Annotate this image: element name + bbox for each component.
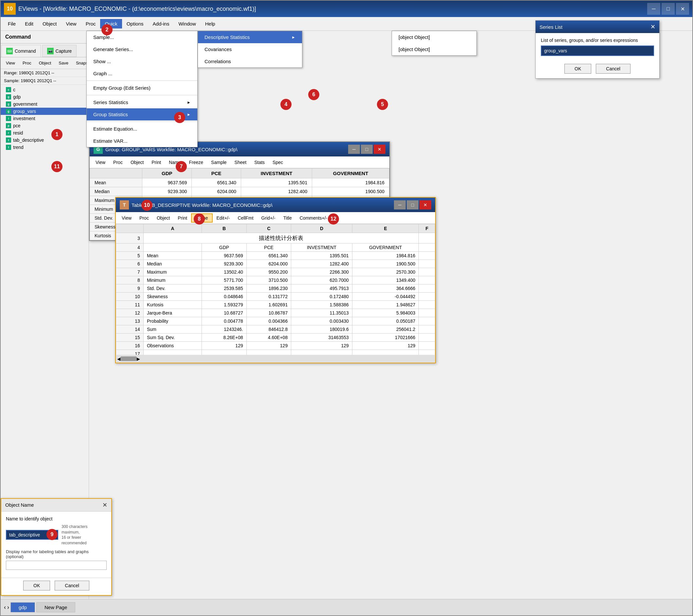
- sub-correlations[interactable]: Correlations: [198, 55, 302, 68]
- table-toolbar-view[interactable]: View: [118, 214, 136, 222]
- group-col-header-government: GOVERNMENT: [312, 169, 389, 178]
- window-title: EViews - [Workfile: MACRO_ECONOMIC - (d:…: [18, 5, 256, 13]
- rownum-14: 14: [116, 325, 144, 333]
- group-toolbar-freeze[interactable]: Freeze: [185, 158, 207, 166]
- cell-mean-inv: 1395.501: [241, 178, 312, 187]
- toolbar-save[interactable]: Save: [55, 60, 72, 66]
- menu-edit[interactable]: Edit: [20, 19, 38, 28]
- series-gdp[interactable]: g gdp: [1, 93, 89, 100]
- tab-new-page[interactable]: New Page: [36, 602, 75, 612]
- scroll-thumb[interactable]: [120, 357, 137, 361]
- nav-next[interactable]: ›: [7, 604, 9, 611]
- series-government[interactable]: g government: [1, 100, 89, 108]
- main-window: 10 EViews - [Workfile: MACRO_ECONOMIC - …: [0, 0, 693, 616]
- menu-proc[interactable]: Proc: [81, 19, 100, 28]
- table-toolbar-object[interactable]: Object: [153, 214, 174, 222]
- rownum-5: 5: [116, 252, 144, 260]
- cell-4-a: [143, 244, 201, 252]
- group-toolbar-proc[interactable]: Proc: [109, 158, 126, 166]
- group-minimize-button[interactable]: ─: [348, 145, 360, 154]
- group-close-button[interactable]: ✕: [374, 145, 385, 154]
- series-pce[interactable]: p pce: [1, 122, 89, 129]
- row-label-median: Median: [90, 187, 142, 196]
- sample-common[interactable]: [object Object]: [392, 31, 476, 43]
- menu-addins[interactable]: Add-ins: [148, 19, 174, 28]
- table-toolbar-proc[interactable]: Proc: [136, 214, 153, 222]
- menu-file[interactable]: File: [3, 19, 20, 28]
- sub-covariances[interactable]: Covariances: [198, 43, 302, 55]
- quick-generate-series[interactable]: Generate Series...: [87, 43, 197, 55]
- series-resid[interactable]: r resid: [1, 129, 89, 136]
- quick-series-stats[interactable]: Series Statistics ►: [87, 96, 197, 108]
- quick-graph[interactable]: Graph ...: [87, 68, 197, 79]
- close-button[interactable]: ✕: [676, 3, 689, 15]
- series-investment[interactable]: i investment: [1, 115, 89, 122]
- table-toolbar-cellfmt[interactable]: CellFmt: [234, 214, 257, 222]
- scroll-left-arrow[interactable]: ◀: [117, 357, 120, 361]
- table-row-8: 8 Minimum 5771.700 3710.500 620.7000 134…: [116, 276, 435, 285]
- group-toolbar-print[interactable]: Print: [147, 158, 165, 166]
- menu-view[interactable]: View: [61, 19, 81, 28]
- menu-help[interactable]: Help: [201, 19, 220, 28]
- group-toolbar-sheet[interactable]: Sheet: [231, 158, 251, 166]
- group-maximize-button[interactable]: □: [361, 145, 373, 154]
- badge-2: 2: [101, 24, 113, 35]
- maximize-button[interactable]: □: [661, 3, 675, 15]
- table-toolbar-title[interactable]: Title: [279, 214, 296, 222]
- tab-capture[interactable]: 📷 Capture: [42, 45, 77, 57]
- menu-object[interactable]: Object: [38, 19, 61, 28]
- cell-median-inv: 1282.400: [241, 187, 312, 196]
- toolbar-object[interactable]: Object: [36, 60, 55, 66]
- series-list-close-button[interactable]: ✕: [651, 23, 655, 31]
- table-close-button[interactable]: ✕: [419, 200, 431, 210]
- series-c[interactable]: c c: [1, 86, 89, 93]
- cell-8-a: Minimum: [143, 276, 201, 285]
- table-row-16: 16 Observations 129 129 129 129: [116, 342, 435, 350]
- scroll-right-arrow[interactable]: ▶: [137, 357, 140, 361]
- table-horizontal-scrollbar[interactable]: ◀ ▶: [116, 355, 435, 363]
- menu-window[interactable]: Window: [174, 19, 200, 28]
- group-toolbar-sample[interactable]: Sample: [207, 158, 230, 166]
- cell-5-d: 1395.501: [291, 252, 352, 260]
- cell-7-e: 2570.300: [352, 268, 419, 276]
- group-toolbar-spec[interactable]: Spec: [269, 158, 287, 166]
- badge-3: 3: [174, 112, 185, 123]
- tab-gdp[interactable]: gdp: [11, 602, 35, 612]
- quick-estimate-equation[interactable]: Estimate Equation...: [87, 123, 197, 135]
- toolbar-proc[interactable]: Proc: [19, 60, 35, 66]
- nav-prev[interactable]: ‹: [4, 604, 6, 611]
- table-row-11: 11 Kurtosis 1.593279 1.602691 1.588386 1…: [116, 301, 435, 309]
- cell-7-b: 13502.40: [202, 268, 246, 276]
- object-display-input[interactable]: [6, 561, 107, 570]
- object-name-cancel-button[interactable]: Cancel: [55, 581, 89, 591]
- toolbar-view[interactable]: View: [3, 60, 18, 66]
- table-toolbar-print[interactable]: Print: [174, 214, 191, 222]
- table-toolbar-grid[interactable]: Grid+/-: [258, 214, 279, 222]
- cell-12-e: 5.984003: [352, 309, 419, 317]
- group-toolbar-object[interactable]: Object: [126, 158, 147, 166]
- table-minimize-button[interactable]: ─: [394, 200, 406, 210]
- series-trend[interactable]: t trend: [1, 144, 89, 151]
- table-toolbar-edit[interactable]: Edit+/-: [213, 214, 234, 222]
- table-toolbar-comments[interactable]: Comments+/-: [296, 214, 331, 222]
- menu-options[interactable]: Options: [122, 19, 148, 28]
- group-toolbar-view[interactable]: View: [92, 158, 109, 166]
- object-name-ok-button[interactable]: OK: [23, 581, 50, 591]
- table-maximize-button[interactable]: □: [407, 200, 418, 210]
- series-tab-descriptive[interactable]: t tab_descriptive: [1, 136, 89, 144]
- series-group-vars[interactable]: g group_vars: [1, 108, 89, 115]
- cell-12-b: 10.68727: [202, 309, 246, 317]
- series-list-input[interactable]: [541, 45, 654, 56]
- series-list-cancel-button[interactable]: Cancel: [596, 64, 631, 74]
- group-toolbar-stats[interactable]: Stats: [250, 158, 269, 166]
- object-name-close-button[interactable]: ✕: [102, 501, 107, 509]
- sample-individual[interactable]: [object Object]: [392, 43, 476, 55]
- sub-descriptive-stats[interactable]: Descriptive Statistics ►: [198, 31, 302, 43]
- tab-command[interactable]: ⌨ Command: [1, 45, 41, 57]
- quick-empty-group[interactable]: Empty Group (Edit Series): [87, 82, 197, 94]
- minimize-button[interactable]: ─: [647, 3, 660, 15]
- series-list-ok-button[interactable]: OK: [565, 64, 591, 74]
- cell-7-f: [419, 268, 435, 276]
- quick-estimate-var[interactable]: Estimate VAR...: [87, 135, 197, 147]
- quick-show[interactable]: Show ...: [87, 55, 197, 68]
